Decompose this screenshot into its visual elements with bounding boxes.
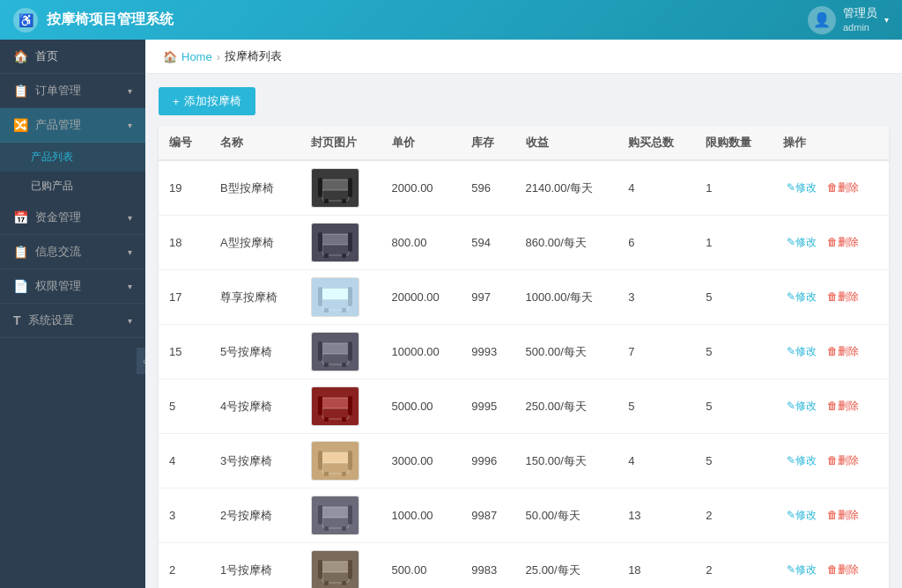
content-area: + 添加按摩椅 编号 名称 封页图片 单价 库存 收益 购买总数 (145, 74, 902, 588)
orders-chevron: ▾ (128, 86, 132, 96)
cell-action: ✎修改 🗑删除 (773, 379, 889, 434)
delete-button[interactable]: 🗑删除 (824, 561, 862, 579)
sidebar-item-finance[interactable]: 📅 资金管理 ▾ (0, 201, 145, 235)
svg-rect-32 (318, 451, 322, 470)
user-dropdown-icon[interactable]: ▾ (884, 15, 889, 25)
svg-rect-5 (342, 199, 346, 203)
delete-button[interactable]: 🗑删除 (824, 233, 862, 252)
table-row: 2 1号按摩椅 500.00 9983 25.00/每天 18 2 ✎修改 🗑删… (159, 543, 889, 589)
cell-image (300, 216, 381, 270)
edit-button[interactable]: ✎修改 (783, 179, 820, 197)
sidebar-item-permission[interactable]: 📄 权限管理 ▾ (0, 269, 145, 304)
cell-total-buy: 3 (617, 270, 695, 325)
sidebar-finance-label: 资金管理 (35, 209, 81, 225)
svg-rect-41 (342, 526, 346, 531)
cell-id: 3 (159, 489, 210, 543)
delete-button[interactable]: 🗑删除 (824, 397, 862, 415)
col-stock: 库存 (461, 126, 514, 160)
chair-svg (315, 227, 355, 258)
cell-income: 2140.00/每天 (515, 160, 618, 216)
breadcrumb: 🏠 Home › 按摩椅列表 (145, 40, 902, 74)
sidebar-collapse-button[interactable]: ‹ (137, 348, 145, 374)
breadcrumb-separator: › (217, 50, 220, 63)
sidebar-products-label: 产品管理 (35, 117, 81, 133)
cell-price: 800.00 (381, 216, 462, 270)
cell-image (300, 434, 381, 489)
svg-rect-21 (348, 342, 352, 361)
cell-name: 3号按摩椅 (210, 434, 300, 489)
avatar: 👤 (808, 6, 836, 34)
svg-rect-10 (324, 254, 329, 258)
product-list-label: 产品列表 (31, 150, 73, 165)
svg-rect-40 (324, 526, 329, 531)
cell-limit: 1 (695, 160, 773, 216)
edit-button[interactable]: ✎修改 (783, 506, 820, 525)
chair-svg (315, 173, 355, 203)
add-chair-button[interactable]: + 添加按摩椅 (159, 87, 255, 115)
sidebar-item-purchased[interactable]: 已购产品 (0, 172, 145, 201)
svg-rect-44 (318, 560, 322, 579)
chair-svg (315, 445, 355, 476)
sidebar-permission-label: 权限管理 (35, 278, 81, 294)
svg-rect-46 (324, 581, 329, 585)
edit-button[interactable]: ✎修改 (783, 397, 820, 415)
svg-rect-45 (348, 560, 352, 579)
sidebar-item-product-list[interactable]: 产品列表 (0, 143, 145, 172)
permission-icon: 📄 (13, 279, 28, 293)
table-row: 3 2号按摩椅 1000.00 9987 50.00/每天 13 2 ✎修改 🗑… (159, 489, 889, 543)
table-row: 18 A型按摩椅 800.00 594 860.00/每天 6 1 ✎修改 🗑删… (159, 216, 889, 270)
svg-rect-11 (342, 254, 346, 258)
cell-price: 500.00 (381, 543, 462, 589)
svg-rect-35 (342, 472, 346, 476)
svg-rect-4 (324, 199, 329, 203)
sidebar-item-products[interactable]: 🔀 产品管理 ▾ (0, 108, 145, 143)
svg-rect-31 (321, 452, 351, 463)
cell-stock: 9996 (461, 434, 514, 489)
cell-limit: 5 (695, 379, 773, 434)
svg-rect-19 (321, 343, 351, 354)
settings-icon: T (13, 313, 21, 327)
edit-button[interactable]: ✎修改 (783, 233, 820, 252)
orders-icon: 📋 (13, 84, 28, 98)
cell-id: 18 (159, 216, 210, 270)
svg-rect-25 (321, 398, 351, 408)
col-name: 名称 (210, 126, 300, 160)
sidebar-item-settings[interactable]: T 系统设置 ▾ (0, 304, 145, 338)
cell-name: 5号按摩椅 (210, 325, 300, 379)
table-header-row: 编号 名称 封页图片 单价 库存 收益 购买总数 限购数量 操作 (159, 126, 889, 160)
edit-button[interactable]: ✎修改 (783, 342, 820, 361)
app-title: 按摩椅项目管理系统 (47, 11, 174, 29)
products-icon: 🔀 (13, 118, 28, 132)
sidebar-item-orders[interactable]: 📋 订单管理 ▾ (0, 74, 145, 108)
svg-rect-17 (342, 308, 346, 312)
home-icon: 🏠 (13, 49, 28, 63)
delete-button[interactable]: 🗑删除 (824, 506, 862, 525)
delete-button[interactable]: 🗑删除 (824, 179, 862, 197)
sidebar-item-home[interactable]: 🏠 首页 (0, 40, 145, 74)
sidebar-item-info[interactable]: 📋 信息交流 ▾ (0, 235, 145, 269)
chair-svg (315, 500, 355, 531)
delete-button[interactable]: 🗑删除 (824, 452, 862, 470)
cell-image (300, 379, 381, 434)
cell-action: ✎修改 🗑删除 (773, 160, 889, 216)
col-income: 收益 (515, 126, 618, 160)
cell-income: 1000.00/每天 (515, 270, 618, 325)
purchased-label: 已购产品 (31, 179, 73, 194)
edit-button[interactable]: ✎修改 (783, 561, 820, 579)
cell-total-buy: 7 (617, 325, 695, 379)
breadcrumb-home-label[interactable]: Home (181, 50, 212, 63)
header: ♿ 按摩椅项目管理系统 👤 管理员 admin ▾ (0, 0, 902, 40)
edit-button[interactable]: ✎修改 (783, 452, 820, 470)
edit-button[interactable]: ✎修改 (783, 288, 820, 306)
cell-image (300, 543, 381, 589)
delete-button[interactable]: 🗑删除 (824, 342, 862, 361)
col-limit: 限购数量 (695, 126, 773, 160)
product-thumbnail (311, 332, 359, 371)
cell-name: 2号按摩椅 (210, 489, 300, 543)
delete-button[interactable]: 🗑删除 (824, 288, 862, 306)
svg-rect-9 (348, 232, 352, 252)
product-thumbnail (311, 441, 359, 481)
finance-chevron: ▾ (128, 213, 132, 223)
chair-svg (315, 391, 355, 422)
permission-chevron: ▾ (128, 282, 132, 291)
